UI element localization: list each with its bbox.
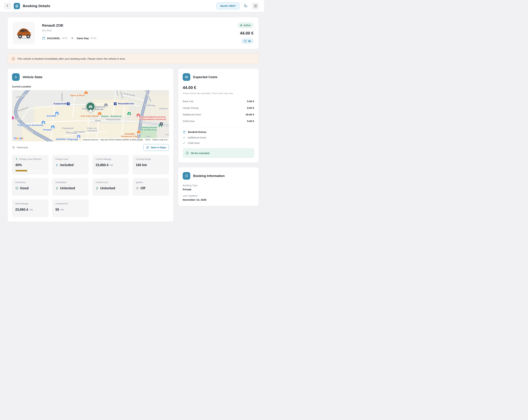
expected-costs-title: Expected Costs — [193, 75, 217, 79]
map-label: Markt — [95, 119, 101, 122]
shopping-pin — [55, 111, 59, 116]
charge-progress-fill — [15, 170, 27, 171]
hamburger-icon — [254, 5, 257, 7]
cost-row: Hourly Pricing9.00 € — [183, 105, 254, 111]
info-circle-icon — [183, 172, 190, 180]
included-km-banner: 55 km included — [183, 148, 254, 158]
end-day-label: Same Day — [77, 37, 89, 40]
map-label: Freistuhl — [61, 93, 63, 101]
car-icon — [88, 104, 93, 109]
map-label: Gamer - Dortmund — [101, 115, 121, 118]
church-pin — [104, 103, 108, 108]
charge-progress — [15, 170, 45, 171]
shopping-pin — [41, 120, 45, 125]
map-attribution: Keyboard shortcutsMap data ©2025 GeoBasi… — [82, 138, 169, 141]
dark-mode-toggle[interactable] — [243, 3, 249, 9]
map-label: Kleppingstraße — [106, 118, 120, 121]
map-attribution-item[interactable]: Report a map error — [153, 139, 168, 141]
location-pin-icon — [12, 146, 15, 149]
cost-row: Base Fee5.00 € — [183, 98, 254, 105]
map-label: Arn — [166, 133, 169, 136]
back-button[interactable] — [4, 2, 11, 9]
bolt-blue-icon — [55, 164, 59, 167]
extra-item: Additional Driver — [183, 136, 254, 139]
tile-start-mileage: Start Mileage 23,860.4km — [12, 200, 48, 217]
tile-included-km: Included KM 55km — [52, 200, 89, 217]
map-label: Zum Alten Markt — [81, 115, 98, 118]
transit-station-icon — [160, 122, 163, 126]
moon-icon — [244, 4, 248, 8]
last-updated-label: Last Updated — [183, 194, 254, 197]
check-icon — [183, 136, 186, 139]
map-label: Schluesseldienst.servicesSchlüsseldienst… — [139, 116, 166, 120]
map-label: Thier-Galerie Dortmund — [17, 124, 43, 127]
shopping-bag-icon — [183, 130, 186, 133]
restaurant-pin — [84, 91, 88, 96]
map-attribution-item[interactable]: Terms — [145, 139, 150, 141]
vehicle-state-card: Vehicle State Current Location — [7, 69, 174, 222]
cost-row: Additional Driver25.00 € — [183, 111, 254, 118]
tile-central-lock: Central Lock Unlocked — [92, 178, 129, 196]
last-updated-value: November 14, 2025 — [183, 198, 254, 201]
open-in-maps-button[interactable]: Open in Maps — [143, 144, 169, 151]
u-bahn-station-icon: U — [114, 102, 117, 105]
booking-information-card: Booking Information Booking Type Private… — [178, 167, 259, 206]
end-time: 23:18 — [90, 37, 96, 39]
cost-row: Child Seat5.00 € — [183, 118, 254, 124]
map-label: Glowing Rooms3D Schwarzlicht... — [140, 126, 158, 131]
status-dot-icon — [240, 24, 242, 26]
map-label: Kampstraße — [54, 102, 67, 105]
map-icon — [146, 146, 149, 149]
power-icon — [136, 187, 139, 190]
brand-button[interactable]: Navid's RENT — [216, 2, 240, 9]
app-header: Booking Details Navid's RENT — [0, 0, 264, 12]
clock-icon — [244, 40, 247, 43]
map-label: OISHINBORestaurant & Bar — [121, 133, 138, 138]
location-text: Dortmund, — [17, 146, 28, 149]
booking-type-label: Booking Type — [183, 184, 254, 187]
vehicle-location-marker[interactable] — [86, 102, 95, 112]
map-label: Olpe — [146, 135, 151, 138]
map-label: Platz vonHiroshima — [87, 127, 97, 132]
map-label: SATURN — [47, 115, 56, 118]
page-title: Booking Details — [23, 4, 50, 8]
map-label: Primark — [43, 129, 51, 131]
tile-current-mileage: Current Mileage 23,860.4km — [92, 155, 129, 174]
tile-charge-level: Charge Level (Electric) 40% — [12, 155, 48, 174]
vehicle-stats-grid: Charge Level (Electric) 40% Charge Card … — [12, 155, 169, 217]
red-dot-pin — [136, 113, 140, 118]
map-label: Reinoldikirche — [118, 102, 134, 105]
included-km-text: 55 km included — [191, 152, 209, 155]
lightning-icon — [12, 73, 20, 81]
map-attribution-item[interactable]: Keyboard shortcuts — [83, 139, 98, 141]
duration-badge: 9h — [241, 38, 253, 44]
restaurant-pin — [98, 112, 102, 116]
start-time: 14:51 — [61, 37, 67, 39]
info-icon — [12, 57, 15, 60]
u-bahn-station-icon: U — [67, 102, 70, 105]
check-circle-icon — [186, 151, 189, 155]
vehicle-state-title: Vehicle State — [23, 75, 42, 79]
bolt-icon — [15, 158, 18, 160]
menu-button[interactable] — [252, 2, 259, 10]
tile-cleanness: Cleanness Good — [12, 178, 48, 196]
map-label: Propsteihof — [62, 127, 73, 130]
tile-ignition: Ignition Off — [132, 178, 169, 196]
booking-information-title: Booking Information — [193, 174, 225, 178]
banknote-icon — [183, 73, 190, 81]
check-circle-icon — [15, 187, 18, 190]
shopping-pin — [51, 125, 55, 130]
booked-extras-title: Booked Extras — [188, 131, 206, 133]
calendar-icon — [42, 36, 45, 40]
extra-item: Child Seat — [183, 142, 254, 144]
check-icon — [183, 142, 186, 144]
status-badge: Active — [238, 22, 253, 28]
chevron-left-icon — [6, 4, 9, 8]
booking-summary-card: Renault ZOE NG-0010 14/11/2025, 14:51 Sa… — [7, 17, 259, 49]
vehicle-plate: NG-0010 — [42, 29, 230, 32]
tile-immobilizer: Immobilizer Unlocked — [52, 178, 89, 196]
map-label: Tapas & More — [70, 94, 85, 97]
location-map[interactable]: KönigswallFreistuhlTapas & MoreKampstraß… — [12, 90, 169, 141]
start-date: 14/11/2025, — [47, 37, 60, 40]
tile-cruising-range: Cruising Range 160 km — [132, 155, 169, 174]
